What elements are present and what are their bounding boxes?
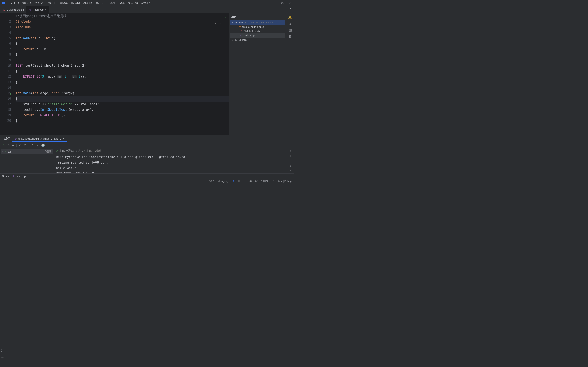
cmake-tool-icon[interactable]: ▲ <box>289 22 292 25</box>
tab-kebab-icon[interactable]: ⋮ <box>289 8 292 12</box>
code-area[interactable]: //使用google test进行单元测试#include #include i… <box>15 13 229 135</box>
project-panel: 项目▾ ▾▣ testD:\a-mycode\c++\clion\test ▸🗀… <box>229 13 286 135</box>
wrap-icon[interactable]: ↩ <box>289 159 292 162</box>
right-tool-rail: 🔔 ▲ ◫ 🗄 ⋯ <box>286 13 294 135</box>
menubar: 文件(F)编辑(E)视图(V)导航(N)代码(C)重构(R)构建(B)运行(U)… <box>0 0 294 6</box>
svg-rect-1 <box>3 3 4 3</box>
window-minimize[interactable]: — <box>274 2 276 5</box>
more-icon[interactable]: ⋯ <box>289 41 292 45</box>
run-kebab-icon[interactable]: ⋮ <box>50 143 53 147</box>
console-output[interactable]: D:\a-mycode\c++\clion\test\cmake-build-d… <box>54 154 287 173</box>
module-icon: ▣ <box>2 175 4 178</box>
expand-icon[interactable]: ⤢ <box>36 143 39 147</box>
run-config[interactable]: C++: test | Debug <box>272 180 292 183</box>
database-icon[interactable]: 🗄 <box>289 35 292 38</box>
sort-icon[interactable]: ⇅ <box>31 143 34 147</box>
pass-icon: ✓ <box>4 150 7 153</box>
menu-工具(T)[interactable]: 工具(T) <box>106 1 118 5</box>
toggle-ignore-icon[interactable]: ⊘ <box>24 143 26 147</box>
indent[interactable]: 制表符 <box>261 179 269 183</box>
menu-构建(B)[interactable]: 构建(B) <box>81 1 94 5</box>
project-panel-title: 项目 <box>231 15 237 19</box>
app-logo <box>2 1 6 5</box>
up-icon[interactable]: ↑ <box>290 150 291 153</box>
file-icon: © <box>29 8 32 11</box>
history-icon[interactable]: 🕘 <box>41 143 45 147</box>
encoding[interactable]: UTF-8 <box>245 180 251 183</box>
statusbar: 16:2 .clang-tidy ⊞ LF UTF-8 ⓘ 制表符 C++: t… <box>0 179 294 184</box>
library-icon: ⌸ <box>235 39 238 42</box>
run-toolwindow: 运行 © testCase1.should_3_when_1_add_2 × ↻… <box>0 135 294 173</box>
pass-icon: ✓ <box>56 150 58 152</box>
test-tree-node[interactable]: ▾ ✓ test 0毫秒 <box>1 149 53 154</box>
rerun-icon[interactable]: ↻ <box>2 143 5 147</box>
file-icon: △ <box>2 8 5 11</box>
menu-运行(U)[interactable]: 运行(U) <box>94 1 106 5</box>
menu-窗口(W)[interactable]: 窗口(W) <box>127 1 139 5</box>
toggle-pass-icon[interactable]: ✓ <box>19 143 21 147</box>
overlay-close-icon[interactable]: × <box>219 22 221 25</box>
test-summary: ✓ 测试 已通过: 1 共 1 个测试 – 0毫秒 <box>54 148 287 154</box>
tree-root[interactable]: ▾▣ testD:\a-mycode\c++\clion\test <box>230 20 285 25</box>
caret-position[interactable]: 16:2 <box>209 180 214 183</box>
structure-icon[interactable]: ◫ <box>289 28 292 32</box>
file-icon: © <box>13 175 15 178</box>
axis-icon: ✦ <box>215 22 217 25</box>
down-icon[interactable]: ↓ <box>290 154 291 158</box>
chevron-right-icon[interactable]: › <box>290 169 291 172</box>
menu-导航(N)[interactable]: 导航(N) <box>45 1 57 5</box>
close-icon[interactable]: × <box>63 137 65 140</box>
menu-文件(F)[interactable]: 文件(F) <box>9 1 21 5</box>
window-close[interactable]: ✕ <box>288 2 291 5</box>
rerun-failed-icon[interactable]: ↻ <box>7 143 10 147</box>
readonly-icon[interactable]: ⓘ <box>255 179 258 183</box>
chevron-down-icon[interactable]: ▾ <box>237 16 240 18</box>
tree-item-CMakeLists.txt[interactable]: △CMakeLists.txt <box>230 29 285 33</box>
run-config-tab[interactable]: © testCase1.should_3_when_1_add_2 × <box>12 135 67 142</box>
tree-external[interactable]: ▸⌸ 外部库 <box>230 38 285 42</box>
ms-icon: ⊞ <box>232 180 234 183</box>
menu-帮助(H)[interactable]: 帮助(H) <box>139 1 152 5</box>
notifications-icon[interactable]: 🔔 <box>288 16 292 19</box>
run-title: 运行 <box>4 137 10 141</box>
module-icon: ▣ <box>235 21 238 24</box>
inspection-ok-icon[interactable]: ✓ <box>225 15 227 18</box>
clang-tidy[interactable]: .clang-tidy <box>217 180 229 183</box>
tab-main.cpp[interactable]: ©main.cpp× <box>26 6 49 13</box>
menu-VCS[interactable]: VCS <box>118 1 127 5</box>
run-toolbar: ↻ ↻ ■ ✓ ⊘ ⇅ ⤢ 🕘 ⋮ <box>0 142 294 148</box>
line-sep[interactable]: LF <box>238 180 241 183</box>
breadcrumb[interactable]: ▣ test › © main.cpp <box>0 173 294 179</box>
menu-重构(R)[interactable]: 重构(R) <box>69 1 81 5</box>
tab-CMakeLists.txt[interactable]: △CMakeLists.txt <box>0 6 26 13</box>
gutter[interactable]: 12345678910✓↻1112131415▷1617181920 <box>0 13 15 135</box>
stop-icon[interactable]: ■ <box>12 143 14 147</box>
menu-编辑(E)[interactable]: 编辑(E) <box>21 1 33 5</box>
test-icon: © <box>15 137 17 140</box>
tree-item-main.cpp[interactable]: ©main.cpp <box>230 33 285 38</box>
menu-视图(V)[interactable]: 视图(V) <box>33 1 45 5</box>
tree-item-cmake-build-debug[interactable]: ▸🗀cmake-build-debug <box>230 25 285 29</box>
scroll-icon[interactable]: ⤓ <box>289 164 292 167</box>
editor[interactable]: ✓ ✦ × 12345678910✓↻1112131415▷1617181920… <box>0 13 229 135</box>
close-icon[interactable]: × <box>45 8 47 11</box>
menu-代码(C)[interactable]: 代码(C) <box>57 1 69 5</box>
window-maximize[interactable]: ▢ <box>281 2 284 5</box>
editor-tabs: △CMakeLists.txt©main.cpp× ⋮ <box>0 6 294 13</box>
